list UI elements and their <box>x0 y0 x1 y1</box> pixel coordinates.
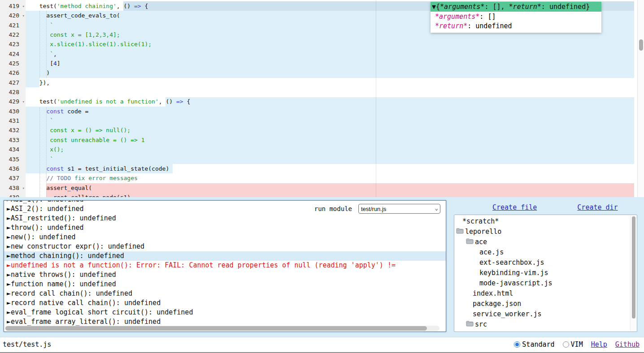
line-number: 428 <box>0 87 26 97</box>
file-tree-file[interactable]: ast_utils.js <box>454 330 637 332</box>
bottom-panel: ►ASI_1(): undefined►ASI_2(): undefined►A… <box>0 197 644 337</box>
console-test-row[interactable]: ►new(): undefined <box>4 232 446 242</box>
file-tree-folder[interactable]: leporello <box>454 227 637 237</box>
tooltip-property-row[interactable]: *arguments*: [] <box>431 12 601 22</box>
code-line[interactable]: }), <box>0 78 644 87</box>
code-line[interactable]: assert_equal( <box>0 183 644 193</box>
file-name: src <box>475 319 487 330</box>
console-test-row[interactable]: ►throw(): undefined <box>4 223 446 232</box>
radio-unselected-icon[interactable] <box>563 341 569 348</box>
code-line[interactable] <box>0 87 644 97</box>
property-value: : undefined <box>467 22 512 30</box>
line-number: 427 <box>0 78 26 87</box>
file-tree-file[interactable]: *scratch* <box>454 216 637 227</box>
file-tree-file[interactable]: ext-searchbox.js <box>454 258 637 268</box>
console-test-row[interactable]: ►eval_frame logical short circuit(): und… <box>4 308 446 317</box>
property-name: *arguments* <box>435 13 479 21</box>
line-number: 435 <box>0 155 26 164</box>
console-test-row[interactable]: ►native throws(): undefined <box>4 270 446 280</box>
file-name: ace.js <box>479 247 504 258</box>
tooltip-header-text: : [], <box>484 3 509 11</box>
test-results-console[interactable]: ►ASI_1(): undefined►ASI_2(): undefined►A… <box>4 200 446 332</box>
code-line[interactable]: x.slice(1).slice(1).slice(1); <box>0 39 644 49</box>
code-line[interactable]: // TODO fix error messages <box>0 173 644 183</box>
code-editor[interactable]: test('method chaining', () => { assert_c… <box>0 0 644 197</box>
editor-vertical-scrollbar[interactable] <box>637 0 644 197</box>
run-module-select-wrap: test/run.js ⌄ <box>358 204 440 214</box>
file-tree-scrollbar[interactable] <box>630 215 636 331</box>
line-number-gutter[interactable]: 419▾420▾421422423424425426427428429▾4304… <box>0 0 26 197</box>
code-line[interactable]: const s1 = test_initial_state(code) <box>0 164 644 173</box>
help-link[interactable]: Help <box>591 340 607 349</box>
console-rows: ►ASI_1(): undefined►ASI_2(): undefined►A… <box>4 200 446 327</box>
radio-selected-icon[interactable] <box>514 341 520 348</box>
code-token: x.slice(1).slice(1).slice(1); <box>32 41 152 47</box>
code-line[interactable]: `, <box>0 49 644 59</box>
create-file-link[interactable]: Create file <box>492 203 537 211</box>
console-test-row[interactable]: ►record native call chain(): undefined <box>4 298 446 308</box>
run-module-select[interactable]: test/run.js <box>358 204 440 214</box>
code-line[interactable]: ` <box>0 116 644 125</box>
console-test-row[interactable]: ►new constructor expr(): undefined <box>4 242 446 251</box>
file-panel-header: Create file Create dir <box>454 200 638 215</box>
file-tree-folder[interactable]: ace <box>454 237 637 247</box>
file-tree-folder[interactable]: src <box>454 319 637 330</box>
keybinding-radio-standard[interactable]: Standard <box>514 340 554 349</box>
keybinding-radio-vim[interactable]: VIM <box>563 340 583 349</box>
file-name: ext-searchbox.js <box>479 258 544 268</box>
keybinding-label: VIM <box>571 340 583 349</box>
value-inspector-header[interactable]: ▼{*arguments*: [], *return*: undefined} <box>431 2 601 12</box>
code-line[interactable]: ` <box>0 155 644 164</box>
console-scrollbar-thumb[interactable] <box>5 326 427 331</box>
code-line[interactable]: const code = <box>0 107 644 116</box>
file-tree-file[interactable]: ace.js <box>454 247 637 258</box>
code-token: , <box>159 98 166 105</box>
console-test-row[interactable]: ►record call chain(): undefined <box>4 289 446 298</box>
github-link[interactable]: Github <box>615 340 640 349</box>
code-token: () <box>124 3 134 9</box>
code-line[interactable]: ) <box>0 68 644 77</box>
console-test-row[interactable]: ►undefined is not a function(): Error: F… <box>4 261 446 270</box>
create-dir-link[interactable]: Create dir <box>577 203 618 211</box>
tooltip-property-row[interactable]: *return*: undefined <box>431 22 601 31</box>
console-test-row[interactable]: ►eval_frame array_literal(): undefined <box>4 317 446 327</box>
fold-toggle-icon[interactable]: ▾ <box>22 184 25 193</box>
code-token: 'undefined is not a function' <box>57 98 159 105</box>
code-token: 4 <box>53 60 57 67</box>
fold-toggle-icon[interactable]: ▾ <box>22 2 25 11</box>
code-token: code = <box>64 108 88 115</box>
file-name: package.json <box>473 299 521 309</box>
file-tree-file[interactable]: index.html <box>454 288 637 299</box>
file-tree-file[interactable]: service_worker.js <box>454 309 637 319</box>
code-line[interactable]: root_calltree_node(s1) <box>0 193 644 197</box>
line-number: 426 <box>0 68 26 77</box>
tooltip-header-text: ▼{ <box>432 3 440 11</box>
code-line[interactable]: const unreachable = () => 1 <box>0 135 644 145</box>
fold-toggle-icon[interactable]: ▾ <box>22 11 25 21</box>
code-token: ` <box>32 22 53 29</box>
code-token: s1 = test_initial_state(code) <box>64 165 169 172</box>
code-line[interactable]: const x = () => null(); <box>0 125 644 135</box>
console-test-row[interactable]: ►method chaining(): undefined <box>4 251 446 261</box>
code-token: const x = () => null(); <box>32 127 131 133</box>
code-token: => <box>176 98 183 105</box>
console-test-row[interactable]: ►function name(): undefined <box>4 280 446 289</box>
code-token <box>32 108 46 115</box>
code-line[interactable]: test('undefined is not a function', () =… <box>0 97 644 106</box>
console-test-row[interactable]: ►ASI_restrited(): undefined <box>4 214 446 223</box>
console-horizontal-scrollbar[interactable] <box>5 326 439 331</box>
fold-toggle-icon[interactable]: ▾ <box>22 97 25 107</box>
line-number: 439 <box>0 193 26 197</box>
file-tree[interactable]: *scratch*leporelloaceace.jsext-searchbox… <box>454 215 637 332</box>
editor-scrollbar-thumb[interactable] <box>639 39 643 51</box>
code-token: const x = [1,2,3,4]; <box>32 31 120 38</box>
current-file-path: test/test.js <box>3 340 51 349</box>
code-line[interactable]: [4] <box>0 59 644 68</box>
file-tree-file[interactable]: package.json <box>454 299 637 309</box>
file-tree-scrollbar-thumb[interactable] <box>632 216 635 319</box>
code-line[interactable]: x(); <box>0 145 644 154</box>
file-tree-file[interactable]: mode-javascript.js <box>454 278 637 288</box>
file-tree-file[interactable]: keybinding-vim.js <box>454 268 637 278</box>
code-token: // TODO <box>32 175 71 181</box>
code-token: { <box>183 98 191 105</box>
